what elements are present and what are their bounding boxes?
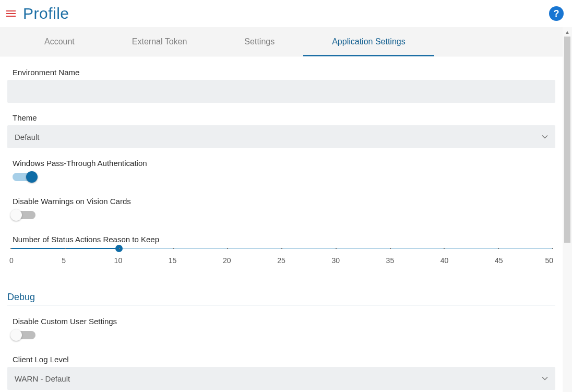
toggle-knob [10, 329, 22, 341]
slider-tick [65, 248, 66, 249]
slider-tick [281, 248, 282, 249]
tab-settings[interactable]: Settings [216, 27, 303, 56]
slider-tick-label: 10 [114, 256, 123, 265]
hamburger-icon[interactable] [6, 10, 16, 17]
status-actions-label: Number of Status Actions Reason to Keep [7, 235, 555, 244]
disable-warnings-row: Disable Warnings on Vision Cards [7, 197, 555, 219]
page-title: Profile [23, 5, 549, 22]
toggle-knob [10, 209, 22, 221]
slider-tick [10, 248, 11, 249]
tab-external-token[interactable]: External Token [103, 27, 216, 56]
environment-name-label: Environment Name [7, 68, 555, 77]
slider-track [10, 248, 552, 249]
slider-tick [444, 248, 445, 249]
scrollbar-thumb[interactable] [564, 37, 570, 243]
tab-application-settings[interactable]: Application Settings [303, 27, 434, 56]
slider-labels: 05101520253035404550 [9, 256, 553, 269]
slider-tick-label: 0 [9, 256, 14, 265]
win-passthrough-label: Windows Pass-Through Authentication [13, 159, 555, 168]
disable-warnings-toggle[interactable] [13, 211, 35, 219]
chevron-down-icon [542, 135, 548, 139]
slider-tick-label: 5 [62, 256, 66, 265]
win-passthrough-toggle[interactable] [13, 173, 35, 181]
scrollbar[interactable]: ▲ [563, 27, 572, 392]
disable-custom-label: Disable Custom User Settings [13, 317, 555, 326]
win-passthrough-row: Windows Pass-Through Authentication [7, 159, 555, 181]
slider-tick [336, 248, 337, 249]
slider-tick [119, 248, 120, 249]
theme-select[interactable]: Default [7, 125, 555, 148]
slider-tick-label: 20 [223, 256, 231, 265]
slider-tick-label: 45 [495, 256, 503, 265]
content-main: Account External Token Settings Applicat… [0, 27, 563, 392]
disable-custom-toggle[interactable] [13, 331, 35, 339]
form-area: Environment Name Theme Default Windows P… [0, 56, 563, 390]
slider-tick [227, 248, 228, 249]
header: Profile ? [0, 0, 572, 27]
help-icon[interactable]: ? [549, 6, 564, 21]
slider-tick-label: 50 [545, 256, 553, 265]
environment-name-field[interactable] [7, 80, 555, 103]
tab-account[interactable]: Account [16, 27, 103, 56]
debug-heading: Debug [7, 292, 555, 305]
content-outer: Account External Token Settings Applicat… [0, 27, 572, 392]
tabs: Account External Token Settings Applicat… [0, 27, 563, 56]
slider-tick-label: 40 [440, 256, 449, 265]
client-log-level-value: WARN - Default [15, 374, 70, 383]
slider-tick-label: 15 [169, 256, 177, 265]
slider-tick [552, 248, 553, 249]
status-actions-slider[interactable]: 05101520253035404550 [7, 248, 555, 269]
slider-tick [173, 248, 174, 249]
slider-tick [390, 248, 391, 249]
client-log-level-select[interactable]: WARN - Default [7, 367, 555, 390]
slider-tick [498, 248, 499, 249]
theme-label: Theme [7, 113, 555, 122]
slider-tick-label: 30 [331, 256, 340, 265]
slider-tick-label: 25 [277, 256, 285, 265]
disable-warnings-label: Disable Warnings on Vision Cards [13, 197, 555, 206]
slider-tick-label: 35 [386, 256, 395, 265]
chevron-down-icon [542, 377, 548, 381]
toggle-knob [26, 171, 38, 183]
theme-value: Default [15, 133, 40, 141]
scroll-up-icon[interactable]: ▲ [563, 27, 572, 37]
client-log-level-label: Client Log Level [7, 355, 555, 364]
disable-custom-row: Disable Custom User Settings [7, 317, 555, 339]
scrollbar-track[interactable] [563, 37, 572, 392]
